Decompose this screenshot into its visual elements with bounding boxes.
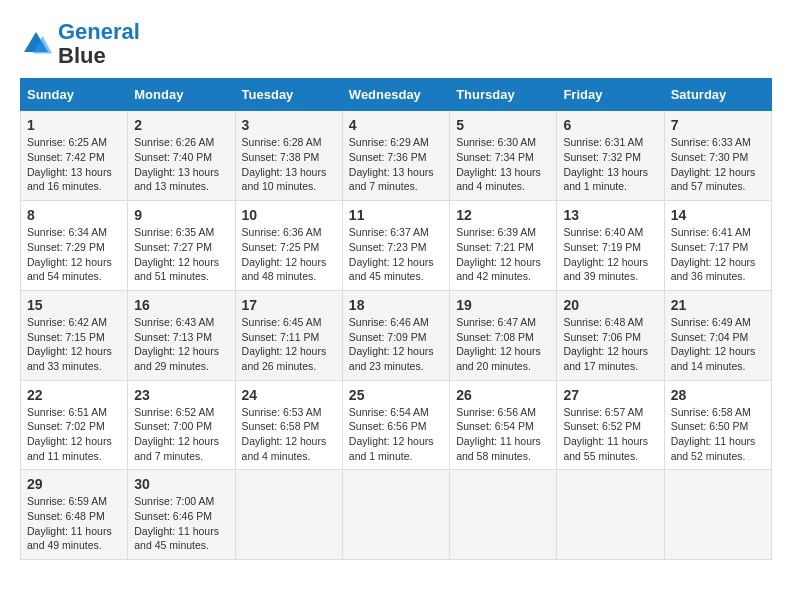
calendar-day-cell: 17Sunrise: 6:45 AMSunset: 7:11 PMDayligh… — [235, 290, 342, 380]
calendar-day-cell: 8Sunrise: 6:34 AMSunset: 7:29 PMDaylight… — [21, 201, 128, 291]
logo-text: GeneralBlue — [58, 20, 140, 68]
day-info: Sunrise: 6:41 AMSunset: 7:17 PMDaylight:… — [671, 225, 765, 284]
day-info: Sunrise: 7:00 AMSunset: 6:46 PMDaylight:… — [134, 494, 228, 553]
day-number: 15 — [27, 297, 121, 313]
day-number: 23 — [134, 387, 228, 403]
day-number: 8 — [27, 207, 121, 223]
calendar-table: Sunday Monday Tuesday Wednesday Thursday… — [20, 78, 772, 560]
day-number: 13 — [563, 207, 657, 223]
calendar-week-row: 15Sunrise: 6:42 AMSunset: 7:15 PMDayligh… — [21, 290, 772, 380]
day-number: 4 — [349, 117, 443, 133]
calendar-week-row: 29Sunrise: 6:59 AMSunset: 6:48 PMDayligh… — [21, 470, 772, 560]
day-number: 2 — [134, 117, 228, 133]
day-number: 12 — [456, 207, 550, 223]
calendar-day-cell: 20Sunrise: 6:48 AMSunset: 7:06 PMDayligh… — [557, 290, 664, 380]
calendar-day-cell: 26Sunrise: 6:56 AMSunset: 6:54 PMDayligh… — [450, 380, 557, 470]
calendar-day-cell: 28Sunrise: 6:58 AMSunset: 6:50 PMDayligh… — [664, 380, 771, 470]
day-info: Sunrise: 6:31 AMSunset: 7:32 PMDaylight:… — [563, 135, 657, 194]
calendar-day-cell: 15Sunrise: 6:42 AMSunset: 7:15 PMDayligh… — [21, 290, 128, 380]
day-number: 16 — [134, 297, 228, 313]
calendar-empty-cell — [235, 470, 342, 560]
day-number: 7 — [671, 117, 765, 133]
day-info: Sunrise: 6:43 AMSunset: 7:13 PMDaylight:… — [134, 315, 228, 374]
calendar-day-cell: 24Sunrise: 6:53 AMSunset: 6:58 PMDayligh… — [235, 380, 342, 470]
day-info: Sunrise: 6:30 AMSunset: 7:34 PMDaylight:… — [456, 135, 550, 194]
calendar-day-cell: 7Sunrise: 6:33 AMSunset: 7:30 PMDaylight… — [664, 111, 771, 201]
day-number: 1 — [27, 117, 121, 133]
day-number: 18 — [349, 297, 443, 313]
calendar-day-cell: 25Sunrise: 6:54 AMSunset: 6:56 PMDayligh… — [342, 380, 449, 470]
day-number: 22 — [27, 387, 121, 403]
day-number: 3 — [242, 117, 336, 133]
day-info: Sunrise: 6:58 AMSunset: 6:50 PMDaylight:… — [671, 405, 765, 464]
col-friday: Friday — [557, 79, 664, 111]
calendar-week-row: 1Sunrise: 6:25 AMSunset: 7:42 PMDaylight… — [21, 111, 772, 201]
day-info: Sunrise: 6:51 AMSunset: 7:02 PMDaylight:… — [27, 405, 121, 464]
calendar-day-cell: 27Sunrise: 6:57 AMSunset: 6:52 PMDayligh… — [557, 380, 664, 470]
day-number: 26 — [456, 387, 550, 403]
day-info: Sunrise: 6:49 AMSunset: 7:04 PMDaylight:… — [671, 315, 765, 374]
col-saturday: Saturday — [664, 79, 771, 111]
calendar-day-cell: 22Sunrise: 6:51 AMSunset: 7:02 PMDayligh… — [21, 380, 128, 470]
col-tuesday: Tuesday — [235, 79, 342, 111]
day-info: Sunrise: 6:42 AMSunset: 7:15 PMDaylight:… — [27, 315, 121, 374]
calendar-empty-cell — [342, 470, 449, 560]
day-info: Sunrise: 6:25 AMSunset: 7:42 PMDaylight:… — [27, 135, 121, 194]
day-info: Sunrise: 6:35 AMSunset: 7:27 PMDaylight:… — [134, 225, 228, 284]
col-wednesday: Wednesday — [342, 79, 449, 111]
day-info: Sunrise: 6:29 AMSunset: 7:36 PMDaylight:… — [349, 135, 443, 194]
day-number: 27 — [563, 387, 657, 403]
day-number: 21 — [671, 297, 765, 313]
day-number: 5 — [456, 117, 550, 133]
col-thursday: Thursday — [450, 79, 557, 111]
day-number: 28 — [671, 387, 765, 403]
calendar-day-cell: 9Sunrise: 6:35 AMSunset: 7:27 PMDaylight… — [128, 201, 235, 291]
day-info: Sunrise: 6:34 AMSunset: 7:29 PMDaylight:… — [27, 225, 121, 284]
day-number: 10 — [242, 207, 336, 223]
calendar-header-row: Sunday Monday Tuesday Wednesday Thursday… — [21, 79, 772, 111]
calendar-week-row: 8Sunrise: 6:34 AMSunset: 7:29 PMDaylight… — [21, 201, 772, 291]
day-number: 9 — [134, 207, 228, 223]
day-number: 6 — [563, 117, 657, 133]
calendar-day-cell: 3Sunrise: 6:28 AMSunset: 7:38 PMDaylight… — [235, 111, 342, 201]
calendar-empty-cell — [557, 470, 664, 560]
page-header: GeneralBlue — [20, 20, 772, 68]
day-info: Sunrise: 6:40 AMSunset: 7:19 PMDaylight:… — [563, 225, 657, 284]
calendar-day-cell: 2Sunrise: 6:26 AMSunset: 7:40 PMDaylight… — [128, 111, 235, 201]
calendar-day-cell: 5Sunrise: 6:30 AMSunset: 7:34 PMDaylight… — [450, 111, 557, 201]
logo: GeneralBlue — [20, 20, 140, 68]
day-number: 20 — [563, 297, 657, 313]
calendar-day-cell: 29Sunrise: 6:59 AMSunset: 6:48 PMDayligh… — [21, 470, 128, 560]
day-number: 25 — [349, 387, 443, 403]
day-info: Sunrise: 6:48 AMSunset: 7:06 PMDaylight:… — [563, 315, 657, 374]
calendar-day-cell: 30Sunrise: 7:00 AMSunset: 6:46 PMDayligh… — [128, 470, 235, 560]
col-monday: Monday — [128, 79, 235, 111]
day-number: 11 — [349, 207, 443, 223]
day-info: Sunrise: 6:39 AMSunset: 7:21 PMDaylight:… — [456, 225, 550, 284]
day-info: Sunrise: 6:26 AMSunset: 7:40 PMDaylight:… — [134, 135, 228, 194]
calendar-day-cell: 14Sunrise: 6:41 AMSunset: 7:17 PMDayligh… — [664, 201, 771, 291]
day-info: Sunrise: 6:45 AMSunset: 7:11 PMDaylight:… — [242, 315, 336, 374]
calendar-day-cell: 13Sunrise: 6:40 AMSunset: 7:19 PMDayligh… — [557, 201, 664, 291]
day-info: Sunrise: 6:53 AMSunset: 6:58 PMDaylight:… — [242, 405, 336, 464]
calendar-day-cell: 11Sunrise: 6:37 AMSunset: 7:23 PMDayligh… — [342, 201, 449, 291]
day-info: Sunrise: 6:33 AMSunset: 7:30 PMDaylight:… — [671, 135, 765, 194]
day-number: 17 — [242, 297, 336, 313]
calendar-day-cell: 6Sunrise: 6:31 AMSunset: 7:32 PMDaylight… — [557, 111, 664, 201]
day-number: 14 — [671, 207, 765, 223]
calendar-day-cell: 16Sunrise: 6:43 AMSunset: 7:13 PMDayligh… — [128, 290, 235, 380]
day-number: 19 — [456, 297, 550, 313]
day-number: 30 — [134, 476, 228, 492]
day-info: Sunrise: 6:37 AMSunset: 7:23 PMDaylight:… — [349, 225, 443, 284]
calendar-empty-cell — [450, 470, 557, 560]
calendar-day-cell: 10Sunrise: 6:36 AMSunset: 7:25 PMDayligh… — [235, 201, 342, 291]
calendar-day-cell: 18Sunrise: 6:46 AMSunset: 7:09 PMDayligh… — [342, 290, 449, 380]
logo-icon — [20, 28, 52, 60]
day-info: Sunrise: 6:52 AMSunset: 7:00 PMDaylight:… — [134, 405, 228, 464]
day-info: Sunrise: 6:28 AMSunset: 7:38 PMDaylight:… — [242, 135, 336, 194]
day-number: 24 — [242, 387, 336, 403]
day-number: 29 — [27, 476, 121, 492]
calendar-day-cell: 1Sunrise: 6:25 AMSunset: 7:42 PMDaylight… — [21, 111, 128, 201]
day-info: Sunrise: 6:56 AMSunset: 6:54 PMDaylight:… — [456, 405, 550, 464]
col-sunday: Sunday — [21, 79, 128, 111]
